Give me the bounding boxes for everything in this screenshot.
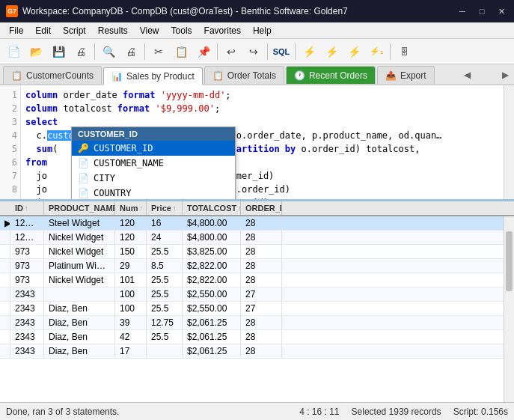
table-row[interactable]: ▶ 12790 Steel Widget 120 16 $4,800.00 28 xyxy=(0,216,504,231)
save-button[interactable]: 💾 xyxy=(48,42,69,61)
cell-totalcost: $2,061.25 xyxy=(183,316,241,329)
table-row[interactable]: 973 Nickel Widget 150 25.5 $3,825.00 28 xyxy=(0,245,504,259)
tab-customercounts-label: CustomerCounts xyxy=(26,70,94,81)
row-indicator: ▶ xyxy=(0,216,10,230)
row-indicator xyxy=(0,273,10,287)
tab-recentorders[interactable]: 🕐 Recent Orders xyxy=(286,66,376,84)
undo-button[interactable]: ↩ xyxy=(221,42,242,61)
print2-button[interactable]: 🖨 xyxy=(120,42,141,61)
cell-product: Steel Widget xyxy=(44,216,115,230)
tab-salesbyproduct[interactable]: 📊 Sales by Product xyxy=(103,67,203,85)
col-header-num[interactable]: Num ↑ xyxy=(115,201,147,215)
tab-ordertotals-label: Order Totals xyxy=(227,70,276,81)
autocomplete-item-country[interactable]: 📄 COUNTRY xyxy=(72,186,235,201)
paste-button[interactable]: 📌 xyxy=(193,42,214,61)
app-icon: G7 xyxy=(6,5,18,17)
tab-ordertotals[interactable]: 📋 Order Totals xyxy=(204,66,284,84)
tab-export[interactable]: 📤 Export xyxy=(377,66,435,84)
autocomplete-item-city[interactable]: 📄 CITY xyxy=(72,171,235,186)
line-numbers: 123456789 xyxy=(0,85,21,199)
cell-price: 25.5 xyxy=(147,330,183,344)
cursor-position: 4 : 16 : 11 xyxy=(299,407,339,417)
cell-num: 29 xyxy=(115,259,147,273)
col-header-orderid[interactable]: ORDER_I… xyxy=(241,201,282,215)
sql-button[interactable]: SQL xyxy=(271,42,292,61)
row-indicator xyxy=(0,259,10,273)
open-button[interactable]: 📂 xyxy=(25,42,46,61)
menu-help[interactable]: Help xyxy=(247,22,278,38)
menu-file[interactable]: File xyxy=(3,22,29,38)
cell-price: 12.75 xyxy=(147,316,183,329)
scroll-thumb[interactable] xyxy=(506,231,513,291)
cell-orderid: 28 xyxy=(241,330,282,344)
cell-num: 17 xyxy=(115,344,147,358)
run3-button[interactable]: ⚡ xyxy=(343,42,364,61)
cell-price: 16 xyxy=(147,216,183,230)
cell-date: 100 xyxy=(115,302,147,315)
col-header-id[interactable]: ID ↑ xyxy=(10,201,44,215)
table-row[interactable]: 2343 100 25.5 $2,550.00 27 xyxy=(0,287,504,302)
redo-button[interactable]: ↪ xyxy=(243,42,264,61)
table-row[interactable]: 2343 Diaz, Ben 100 25.5 $2,550.00 27 xyxy=(0,302,504,316)
autocomplete-header: CUSTOMER_ID xyxy=(72,127,235,141)
row-indicator xyxy=(0,316,10,329)
cell-name: Diaz, Ben xyxy=(44,316,115,329)
maximize-button[interactable]: □ xyxy=(475,4,489,18)
cell-id: 12790 xyxy=(10,216,44,230)
table-row[interactable]: 2343 Diaz, Ben 42 25.5 $2,061.25 28 xyxy=(0,330,504,344)
close-button[interactable]: ✕ xyxy=(495,4,508,18)
run-button[interactable]: ⚡ xyxy=(299,42,319,61)
cell-id: 2343 xyxy=(10,302,44,315)
toolbar-sep3 xyxy=(217,43,218,60)
grid-scrollbar-v[interactable] xyxy=(504,216,514,402)
menu-view[interactable]: View xyxy=(134,22,165,38)
scroll-corner xyxy=(282,201,293,215)
find-button[interactable]: 🔍 xyxy=(98,42,119,61)
table-row[interactable]: 973 Platinum Widget 29 8.5 $2,822.00 28 xyxy=(0,259,504,273)
col-header-productname[interactable]: PRODUCT_NAME ↑ xyxy=(44,201,115,215)
table-row[interactable]: 2343 Diaz, Ben 17 $2,061.25 28 xyxy=(0,344,504,359)
tabs-scroll-left[interactable]: ◀ xyxy=(462,66,474,84)
tab-recentorders-icon: 🕐 xyxy=(294,70,305,81)
col-header-totalcost[interactable]: TOTALCOST ↑ xyxy=(183,201,241,215)
db-button[interactable]: 🗄 xyxy=(394,42,414,61)
toolbar-sep1 xyxy=(94,43,95,60)
grid-body-container: ▶ 12790 Steel Widget 120 16 $4,800.00 28… xyxy=(0,216,514,402)
menu-tools[interactable]: Tools xyxy=(165,22,198,38)
cell-product xyxy=(44,287,115,301)
run4-button[interactable]: ⚡₁ xyxy=(366,42,387,61)
menu-favorites[interactable]: Favorites xyxy=(198,22,247,38)
table-row[interactable]: 2343 Diaz, Ben 39 12.75 $2,061.25 28 xyxy=(0,316,504,330)
col-header-price[interactable]: Price ↑ xyxy=(147,201,183,215)
autocomplete-label-customername: CUSTOMER_NAME xyxy=(94,158,164,168)
row-indicator xyxy=(0,287,10,301)
editor-scrollbar-v[interactable] xyxy=(504,85,514,199)
tab-export-icon: 📤 xyxy=(385,70,397,81)
autocomplete-label-customerid: CUSTOMER_ID xyxy=(94,143,153,153)
field-icon2: 📄 xyxy=(78,173,89,183)
copy-button[interactable]: 📋 xyxy=(171,42,192,61)
tabs-scroll-right[interactable]: ▶ xyxy=(499,66,511,84)
code-editor[interactable]: 123456789 column order_date format 'yyyy… xyxy=(0,85,514,201)
autocomplete-item-customerid[interactable]: 🔑 CUSTOMER_ID xyxy=(72,141,235,156)
grid-header: ID ↑ PRODUCT_NAME ↑ Num ↑ Price ↑ TOTALC… xyxy=(0,201,514,216)
menu-edit[interactable]: Edit xyxy=(29,22,57,38)
tab-customercounts[interactable]: 📋 CustomerCounts xyxy=(3,66,102,84)
cell-name: Diaz, Ben xyxy=(44,330,115,344)
cell-price: 25.5 xyxy=(147,273,183,287)
autocomplete-item-customername[interactable]: 📄 CUSTOMER_NAME xyxy=(72,156,235,171)
print-button[interactable]: 🖨 xyxy=(70,42,91,61)
autocomplete-label-country: COUNTRY xyxy=(94,188,132,198)
toolbar-sep2 xyxy=(144,43,145,60)
script-time: Script: 0.156s xyxy=(453,407,508,417)
tab-salesbyproduct-label: Sales by Product xyxy=(126,71,195,82)
cut-button[interactable]: ✂ xyxy=(148,42,169,61)
minimize-button[interactable]: ─ xyxy=(456,4,469,18)
cell-price: 8.5 xyxy=(147,259,183,273)
menu-script[interactable]: Script xyxy=(57,22,92,38)
run2-button[interactable]: ⚡ xyxy=(321,42,342,61)
table-row[interactable]: 12790 Nickel Widget 120 24 $4,800.00 28 xyxy=(0,231,504,245)
menu-results[interactable]: Results xyxy=(92,22,134,38)
new-button[interactable]: 📄 xyxy=(3,42,24,61)
table-row[interactable]: 973 Nickel Widget 101 25.5 $2,822.00 28 xyxy=(0,273,504,287)
